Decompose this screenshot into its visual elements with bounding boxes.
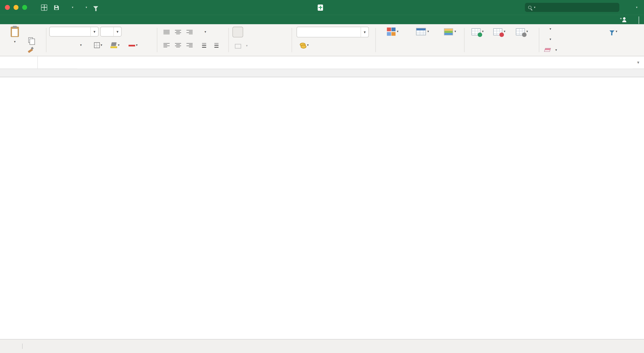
- share-button[interactable]: +: [621, 15, 629, 24]
- bold-button[interactable]: [50, 41, 61, 50]
- filter-toolbar-icon[interactable]: [93, 6, 98, 9]
- percent-format-button[interactable]: [314, 41, 324, 50]
- underline-button[interactable]: ▾: [73, 41, 88, 50]
- chevron-down-icon: ▾: [397, 30, 398, 33]
- align-bottom-button[interactable]: [184, 28, 195, 37]
- align-center-button[interactable]: [172, 41, 183, 50]
- insert-function-button[interactable]: [64, 56, 77, 69]
- orientation-button[interactable]: ▾: [198, 28, 212, 37]
- chevron-down-icon: ▾: [14, 40, 16, 44]
- formula-bar-expand-chevron-icon[interactable]: ▼: [632, 56, 644, 69]
- ribbon-divider: [464, 28, 464, 52]
- decrease-decimal-button[interactable]: [356, 41, 368, 50]
- chevron-down-icon: ▾: [80, 44, 82, 47]
- save-icon[interactable]: [54, 4, 60, 11]
- table-icon: [416, 28, 426, 35]
- chevron-down-icon: ▼: [114, 27, 121, 36]
- person-plus-icon: +: [621, 17, 627, 22]
- format-as-table-button[interactable]: ▾: [408, 26, 437, 55]
- decrease-indent-button[interactable]: [198, 41, 209, 50]
- search-input[interactable]: [538, 5, 616, 10]
- conditional-formatting-icon: [387, 28, 396, 36]
- ribbon-tab-bar: +: [0, 15, 644, 24]
- copy-button[interactable]: [26, 35, 35, 44]
- collapse-ribbon-button[interactable]: [639, 16, 639, 24]
- chevron-down-icon: ▾: [504, 30, 505, 33]
- increase-indent-button[interactable]: [210, 41, 222, 50]
- conditional-formatting-button[interactable]: ▾: [380, 26, 406, 55]
- fill-color-button[interactable]: ▾: [107, 41, 123, 50]
- comma-format-button[interactable]: [326, 41, 340, 50]
- search-scope-chevron-icon[interactable]: ▾: [534, 6, 535, 9]
- search-icon: [528, 6, 532, 9]
- chevron-down-icon: ▾: [555, 48, 557, 52]
- autosum-button[interactable]: ▾: [545, 28, 551, 31]
- sheet-tab-bar: [0, 339, 644, 353]
- ribbon-divider: [157, 28, 157, 52]
- cut-button[interactable]: [26, 26, 35, 35]
- format-cells-button[interactable]: ▾: [511, 26, 533, 55]
- insert-cells-button[interactable]: ▾: [467, 26, 488, 55]
- formula-input[interactable]: [77, 56, 632, 69]
- formula-bar: ▼: [0, 56, 644, 69]
- document-title: [318, 0, 326, 15]
- borders-button[interactable]: ▾: [91, 41, 105, 50]
- chevron-down-icon: ▾: [482, 30, 484, 33]
- clear-button[interactable]: ▾: [545, 48, 557, 52]
- sort-filter-button[interactable]: ▾: [596, 26, 629, 55]
- close-window-button[interactable]: [5, 5, 10, 10]
- column-headers: [0, 69, 644, 77]
- cancel-entry-button[interactable]: [38, 56, 51, 69]
- add-sheet-button[interactable]: [22, 339, 35, 353]
- format-painter-button[interactable]: [26, 45, 35, 54]
- chevron-down-icon: ▼: [360, 27, 368, 37]
- excel-doc-icon: [318, 4, 323, 11]
- lines-icon: [214, 43, 218, 48]
- increase-font-size-button[interactable]: [123, 27, 136, 36]
- window-controls: [5, 5, 27, 10]
- currency-format-button[interactable]: ▾: [296, 41, 312, 50]
- merge-center-button[interactable]: ▾: [232, 42, 250, 50]
- italic-button[interactable]: [62, 41, 72, 50]
- font-name-combo[interactable]: ▼: [49, 27, 98, 37]
- format-badge-icon: [522, 32, 527, 37]
- sheet-grid: [0, 77, 644, 339]
- filter-funnel-icon: [610, 30, 614, 33]
- fill-button[interactable]: ▾: [545, 38, 551, 41]
- redo-menu-chevron-icon[interactable]: ▾: [86, 6, 87, 9]
- font-size-combo[interactable]: ▼: [100, 27, 122, 37]
- confirm-entry-button[interactable]: [51, 56, 64, 69]
- format-cells-icon: [516, 28, 525, 35]
- excel-window: ▾ ▾ ▾ ▾ + ▾: [0, 0, 644, 353]
- fill-color-icon: [110, 42, 117, 48]
- align-top-button[interactable]: [161, 28, 172, 37]
- cell-styles-button[interactable]: ▾: [439, 26, 462, 55]
- chevron-down-icon: ▾: [307, 44, 308, 47]
- delete-cells-button[interactable]: ▾: [490, 26, 509, 55]
- chevron-down-icon: ▾: [101, 44, 102, 47]
- feedback-control[interactable]: ▾: [634, 0, 638, 15]
- chevron-up-icon: [639, 16, 639, 24]
- number-format-combo[interactable]: ▼: [296, 27, 369, 37]
- name-box[interactable]: [0, 56, 38, 69]
- copy-icon: [28, 37, 33, 43]
- search-box[interactable]: ▾: [525, 3, 620, 12]
- decrease-font-size-button[interactable]: [136, 27, 149, 36]
- increase-decimal-button[interactable]: [342, 41, 354, 50]
- minimize-window-button[interactable]: [14, 5, 18, 10]
- zoom-window-button[interactable]: [22, 5, 27, 10]
- paste-button[interactable]: ▾: [5, 26, 24, 55]
- chevron-down-icon: ▾: [246, 44, 248, 48]
- align-right-button[interactable]: [184, 41, 195, 50]
- align-top-icon: [163, 30, 170, 34]
- wrap-text-button[interactable]: [232, 27, 243, 37]
- align-left-button[interactable]: [161, 41, 172, 50]
- apps-grid-icon[interactable]: [41, 4, 48, 11]
- font-color-icon: [128, 44, 135, 46]
- chevron-down-icon: ▾: [550, 28, 551, 31]
- chevron-down-icon: ▾: [454, 30, 456, 33]
- font-color-button[interactable]: ▾: [125, 41, 141, 50]
- undo-menu-chevron-icon[interactable]: ▾: [72, 6, 73, 9]
- lines-icon: [202, 43, 206, 48]
- align-middle-button[interactable]: [172, 28, 183, 37]
